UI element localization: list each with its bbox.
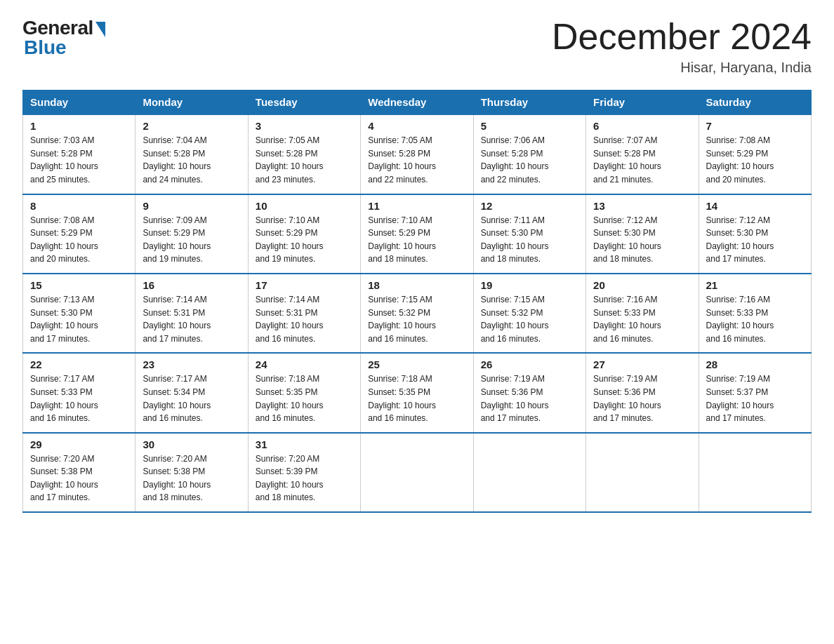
day-info: Sunrise: 7:20 AM Sunset: 5:38 PM Dayligh… (143, 452, 240, 504)
title-block: December 2024 Hisar, Haryana, India (552, 17, 812, 76)
calendar-cell: 28Sunrise: 7:19 AM Sunset: 5:37 PM Dayli… (699, 353, 811, 432)
day-info: Sunrise: 7:10 AM Sunset: 5:29 PM Dayligh… (256, 214, 353, 266)
day-number: 24 (256, 358, 353, 370)
calendar-cell: 25Sunrise: 7:18 AM Sunset: 5:35 PM Dayli… (361, 353, 473, 432)
calendar-week-row: 29Sunrise: 7:20 AM Sunset: 5:38 PM Dayli… (23, 433, 812, 512)
calendar-cell (361, 433, 473, 512)
day-info: Sunrise: 7:15 AM Sunset: 5:32 PM Dayligh… (481, 293, 578, 345)
day-number: 31 (256, 438, 353, 450)
day-number: 20 (593, 279, 691, 291)
calendar-cell: 19Sunrise: 7:15 AM Sunset: 5:32 PM Dayli… (473, 274, 585, 353)
day-number: 17 (256, 279, 353, 291)
day-info: Sunrise: 7:19 AM Sunset: 5:36 PM Dayligh… (593, 373, 691, 424)
calendar-cell: 2Sunrise: 7:04 AM Sunset: 5:28 PM Daylig… (135, 114, 248, 194)
calendar-cell: 20Sunrise: 7:16 AM Sunset: 5:33 PM Dayli… (586, 274, 699, 353)
calendar-cell: 13Sunrise: 7:12 AM Sunset: 5:30 PM Dayli… (586, 194, 699, 274)
calendar-cell: 18Sunrise: 7:15 AM Sunset: 5:32 PM Dayli… (361, 274, 473, 353)
calendar-cell: 30Sunrise: 7:20 AM Sunset: 5:38 PM Dayli… (135, 433, 248, 512)
day-info: Sunrise: 7:14 AM Sunset: 5:31 PM Dayligh… (143, 293, 240, 345)
column-header-monday: Monday (135, 90, 248, 115)
calendar-cell (473, 433, 585, 512)
day-info: Sunrise: 7:12 AM Sunset: 5:30 PM Dayligh… (706, 214, 804, 266)
day-info: Sunrise: 7:17 AM Sunset: 5:34 PM Dayligh… (143, 373, 240, 424)
day-info: Sunrise: 7:15 AM Sunset: 5:32 PM Dayligh… (368, 293, 465, 345)
calendar-cell: 7Sunrise: 7:08 AM Sunset: 5:29 PM Daylig… (699, 114, 811, 194)
day-number: 5 (481, 120, 578, 132)
day-info: Sunrise: 7:12 AM Sunset: 5:30 PM Dayligh… (593, 214, 691, 266)
calendar-cell: 1Sunrise: 7:03 AM Sunset: 5:28 PM Daylig… (23, 114, 135, 194)
day-number: 11 (368, 200, 465, 212)
logo: General Blue (22, 17, 105, 59)
calendar-cell: 31Sunrise: 7:20 AM Sunset: 5:39 PM Dayli… (248, 433, 360, 512)
day-info: Sunrise: 7:19 AM Sunset: 5:36 PM Dayligh… (481, 373, 578, 424)
day-number: 7 (706, 120, 804, 132)
day-info: Sunrise: 7:04 AM Sunset: 5:28 PM Dayligh… (143, 134, 240, 186)
day-info: Sunrise: 7:18 AM Sunset: 5:35 PM Dayligh… (256, 373, 353, 424)
day-info: Sunrise: 7:05 AM Sunset: 5:28 PM Dayligh… (256, 134, 353, 186)
day-info: Sunrise: 7:03 AM Sunset: 5:28 PM Dayligh… (30, 134, 128, 186)
day-number: 8 (30, 200, 128, 212)
day-number: 29 (30, 438, 128, 450)
calendar-cell: 22Sunrise: 7:17 AM Sunset: 5:33 PM Dayli… (23, 353, 135, 432)
day-number: 4 (368, 120, 465, 132)
day-info: Sunrise: 7:05 AM Sunset: 5:28 PM Dayligh… (368, 134, 465, 186)
column-header-wednesday: Wednesday (361, 90, 473, 115)
day-info: Sunrise: 7:08 AM Sunset: 5:29 PM Dayligh… (30, 214, 128, 266)
location-text: Hisar, Haryana, India (552, 60, 812, 76)
day-number: 26 (481, 358, 578, 370)
day-info: Sunrise: 7:10 AM Sunset: 5:29 PM Dayligh… (368, 214, 465, 266)
day-info: Sunrise: 7:07 AM Sunset: 5:28 PM Dayligh… (593, 134, 691, 186)
calendar-week-row: 8Sunrise: 7:08 AM Sunset: 5:29 PM Daylig… (23, 194, 812, 274)
calendar-cell: 27Sunrise: 7:19 AM Sunset: 5:36 PM Dayli… (586, 353, 699, 432)
day-info: Sunrise: 7:08 AM Sunset: 5:29 PM Dayligh… (706, 134, 804, 186)
column-header-thursday: Thursday (473, 90, 585, 115)
day-number: 28 (706, 358, 804, 370)
calendar-cell: 5Sunrise: 7:06 AM Sunset: 5:28 PM Daylig… (473, 114, 585, 194)
calendar-cell: 17Sunrise: 7:14 AM Sunset: 5:31 PM Dayli… (248, 274, 360, 353)
calendar-cell: 4Sunrise: 7:05 AM Sunset: 5:28 PM Daylig… (361, 114, 473, 194)
day-info: Sunrise: 7:16 AM Sunset: 5:33 PM Dayligh… (706, 293, 804, 345)
calendar-cell: 24Sunrise: 7:18 AM Sunset: 5:35 PM Dayli… (248, 353, 360, 432)
day-info: Sunrise: 7:19 AM Sunset: 5:37 PM Dayligh… (706, 373, 804, 424)
column-header-saturday: Saturday (699, 90, 811, 115)
calendar-cell (699, 433, 811, 512)
column-header-tuesday: Tuesday (248, 90, 360, 115)
calendar-cell: 15Sunrise: 7:13 AM Sunset: 5:30 PM Dayli… (23, 274, 135, 353)
calendar-cell (586, 433, 699, 512)
calendar-cell: 10Sunrise: 7:10 AM Sunset: 5:29 PM Dayli… (248, 194, 360, 274)
calendar-cell: 14Sunrise: 7:12 AM Sunset: 5:30 PM Dayli… (699, 194, 811, 274)
day-number: 13 (593, 200, 691, 212)
day-number: 2 (143, 120, 240, 132)
day-info: Sunrise: 7:18 AM Sunset: 5:35 PM Dayligh… (368, 373, 465, 424)
calendar-cell: 16Sunrise: 7:14 AM Sunset: 5:31 PM Dayli… (135, 274, 248, 353)
column-header-sunday: Sunday (23, 90, 135, 115)
calendar-cell: 3Sunrise: 7:05 AM Sunset: 5:28 PM Daylig… (248, 114, 360, 194)
day-number: 1 (30, 120, 128, 132)
day-number: 23 (143, 358, 240, 370)
day-number: 15 (30, 279, 128, 291)
day-number: 3 (256, 120, 353, 132)
calendar-cell: 9Sunrise: 7:09 AM Sunset: 5:29 PM Daylig… (135, 194, 248, 274)
logo-blue-text: Blue (22, 36, 67, 59)
day-number: 21 (706, 279, 804, 291)
calendar-cell: 12Sunrise: 7:11 AM Sunset: 5:30 PM Dayli… (473, 194, 585, 274)
calendar-cell: 11Sunrise: 7:10 AM Sunset: 5:29 PM Dayli… (361, 194, 473, 274)
calendar-week-row: 22Sunrise: 7:17 AM Sunset: 5:33 PM Dayli… (23, 353, 812, 432)
calendar-cell: 21Sunrise: 7:16 AM Sunset: 5:33 PM Dayli… (699, 274, 811, 353)
day-info: Sunrise: 7:17 AM Sunset: 5:33 PM Dayligh… (30, 373, 128, 424)
day-number: 16 (143, 279, 240, 291)
calendar-cell: 26Sunrise: 7:19 AM Sunset: 5:36 PM Dayli… (473, 353, 585, 432)
day-number: 12 (481, 200, 578, 212)
day-number: 27 (593, 358, 691, 370)
column-header-friday: Friday (586, 90, 699, 115)
calendar-cell: 8Sunrise: 7:08 AM Sunset: 5:29 PM Daylig… (23, 194, 135, 274)
calendar-cell: 6Sunrise: 7:07 AM Sunset: 5:28 PM Daylig… (586, 114, 699, 194)
day-info: Sunrise: 7:09 AM Sunset: 5:29 PM Dayligh… (143, 214, 240, 266)
day-info: Sunrise: 7:13 AM Sunset: 5:30 PM Dayligh… (30, 293, 128, 345)
day-number: 22 (30, 358, 128, 370)
day-info: Sunrise: 7:06 AM Sunset: 5:28 PM Dayligh… (481, 134, 578, 186)
calendar-table: SundayMondayTuesdayWednesdayThursdayFrid… (22, 90, 812, 513)
day-info: Sunrise: 7:20 AM Sunset: 5:38 PM Dayligh… (30, 452, 128, 504)
day-number: 25 (368, 358, 465, 370)
month-title: December 2024 (552, 17, 812, 57)
